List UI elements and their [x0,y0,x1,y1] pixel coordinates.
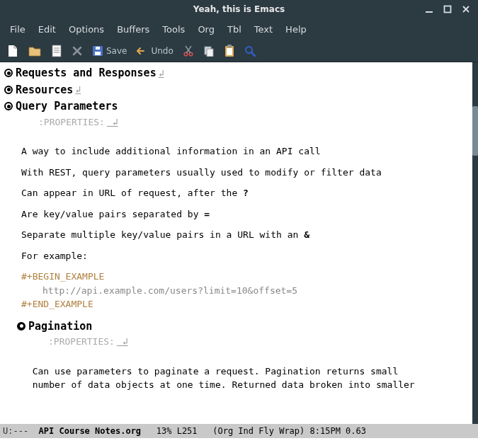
recent-file-button[interactable] [51,45,62,57]
example-url: http://api.example.com/users?limit=10&of… [42,284,477,298]
search-button[interactable] [244,45,256,57]
undo-label: Undo [151,46,173,56]
body-line: number of data objects at one time. Retu… [21,378,477,392]
properties-drawer[interactable]: :PROPERTIES: [38,117,105,127]
menu-org[interactable]: Org [192,21,220,38]
svg-point-10 [189,52,193,56]
modeline-position: 13% L251 [141,426,212,436]
save-button[interactable]: Save [92,45,127,57]
save-label: Save [106,46,127,56]
heading-pagination: Pagination [28,318,92,335]
example-block-end: #+END_EXAMPLE [21,297,477,311]
fold-indicator-icon[interactable]: ↲ [105,117,118,127]
window-titlebar: Yeah, this is Emacs [0,0,478,18]
scrollbar-thumb[interactable] [472,106,478,156]
body-line: Are key/value pairs separated by = [21,207,477,222]
svg-point-9 [184,52,188,56]
body-line: With REST, query parameters usually used… [21,166,477,180]
close-file-button[interactable] [72,46,82,56]
fold-indicator-icon[interactable]: ↲ [115,336,128,347]
menu-buffers[interactable]: Buffers [111,21,155,38]
menu-edit[interactable]: Edit [33,21,62,38]
scrollbar-track[interactable] [472,62,478,424]
new-file-button[interactable] [7,45,18,57]
svg-rect-1 [445,6,451,13]
svg-line-17 [251,52,255,56]
menu-tools[interactable]: Tools [157,21,190,38]
mode-line[interactable]: U:--- API Course Notes.org 13% L251 (Org… [0,424,478,438]
modeline-buffer-name: API Course Notes.org [33,426,141,436]
heading-bullet-icon [4,86,13,94]
heading-bullet-icon [17,322,25,331]
heading-bullet-icon [4,102,13,110]
svg-rect-2 [52,45,61,57]
close-button[interactable] [458,3,474,16]
svg-rect-0 [426,11,433,13]
cut-button[interactable] [183,45,193,57]
svg-rect-12 [207,49,213,57]
svg-rect-14 [227,45,232,47]
svg-rect-8 [96,47,100,50]
modeline-modes: (Org Ind Fly Wrap) [212,426,309,436]
svg-rect-7 [95,52,101,55]
fold-indicator-icon[interactable]: ↲ [73,83,81,97]
modeline-time: 8:15PM 0.63 [310,426,366,436]
svg-rect-15 [227,48,232,55]
menu-help[interactable]: Help [280,21,312,38]
maximize-button[interactable] [440,3,455,16]
window-title: Yeah, this is Emacs [193,4,285,14]
body-line: For example: [21,249,477,263]
minimize-button[interactable] [421,3,437,16]
paste-button[interactable] [224,45,234,57]
example-block-begin: #+BEGIN_EXAMPLE [21,270,477,284]
open-file-button[interactable] [28,45,41,57]
menu-tbl[interactable]: Tbl [222,21,247,38]
heading-resources: Resources [16,82,73,98]
modeline-coding: U:--- [3,426,33,436]
menu-text[interactable]: Text [249,21,278,38]
body-line: Can appear in URL of request, after the … [21,186,477,200]
body-line: A way to include additional information … [21,144,477,159]
fold-indicator-icon[interactable]: ↲ [157,67,164,81]
undo-button[interactable]: Undo [137,46,173,56]
minibuffer[interactable] [0,438,478,448]
body-line: Can use parameters to paginate a request… [21,364,477,379]
heading-requests: Requests and Responses [16,65,157,81]
properties-drawer[interactable]: :PROPERTIES: [48,336,115,347]
body-line: Separate multiple key/value pairs in a U… [21,228,477,242]
heading-bullet-icon [4,69,13,77]
menu-file[interactable]: File [4,21,31,38]
copy-button[interactable] [203,45,215,57]
heading-query: Query Parameters [16,98,118,115]
editor-buffer[interactable]: Requests and Responses ↲ Resources ↲ Que… [0,62,478,424]
menu-bar: File Edit Options Buffers Tools Org Tbl … [0,18,478,40]
tool-bar: Save Undo [0,40,478,62]
menu-options[interactable]: Options [63,21,110,38]
